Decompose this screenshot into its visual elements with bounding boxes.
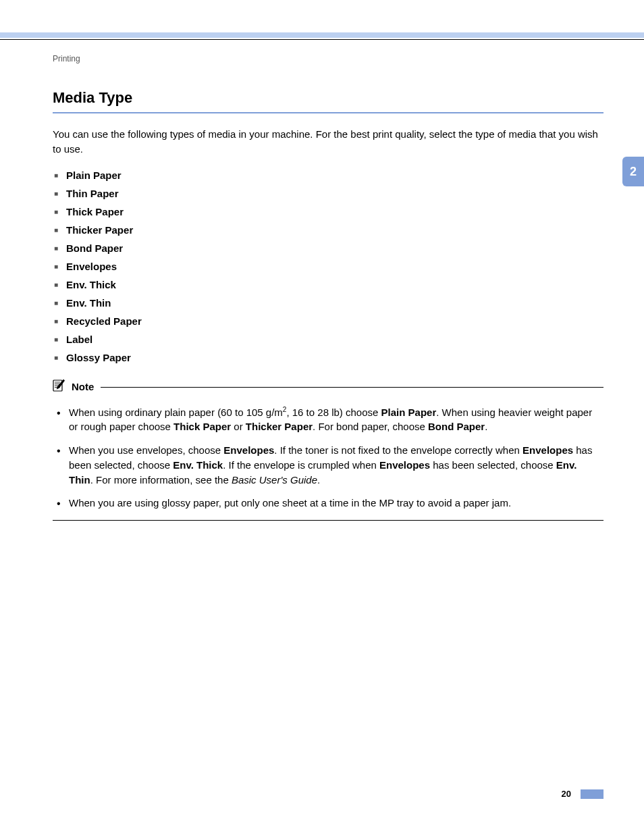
media-type-item: Plain Paper (53, 166, 603, 184)
footer-accent (581, 789, 603, 799)
media-type-item: Thick Paper (53, 203, 603, 221)
header-band (0, 32, 644, 38)
media-type-item: Glossy Paper (53, 348, 603, 367)
note-title: Note (72, 381, 94, 392)
note-header-rule (101, 387, 603, 388)
media-type-item: Envelopes (53, 257, 603, 276)
section-breadcrumb: Printing (53, 54, 603, 63)
chapter-tab: 2 (622, 157, 644, 186)
media-type-item: Thicker Paper (53, 221, 603, 239)
media-type-item: Label (53, 330, 603, 348)
intro-paragraph: You can use the following types of media… (53, 127, 603, 157)
note-icon (53, 379, 68, 395)
note-item: When you are using glossy paper, put onl… (57, 492, 603, 516)
page-title: Media Type (53, 89, 603, 111)
heading-rule (53, 112, 603, 113)
note-header: Note (53, 379, 603, 395)
note-bottom-rule (53, 520, 603, 521)
note-item: When using ordinary plain paper (60 to 1… (57, 402, 603, 440)
media-type-item: Bond Paper (53, 239, 603, 257)
heading-wrap: Media Type (53, 89, 603, 113)
media-type-list: Plain PaperThin PaperThick PaperThicker … (53, 166, 603, 367)
media-type-item: Recycled Paper (53, 312, 603, 330)
header-separator (0, 39, 644, 40)
media-type-item: Env. Thick (53, 276, 603, 294)
media-type-item: Thin Paper (53, 184, 603, 203)
media-type-item: Env. Thin (53, 294, 603, 312)
page-number: 20 (562, 789, 571, 799)
page-content: Printing Media Type You can use the foll… (53, 54, 603, 521)
note-list: When using ordinary plain paper (60 to 1… (53, 402, 603, 517)
note-item: When you use envelopes, choose Envelopes… (57, 440, 603, 492)
page-footer: 20 (562, 789, 603, 799)
